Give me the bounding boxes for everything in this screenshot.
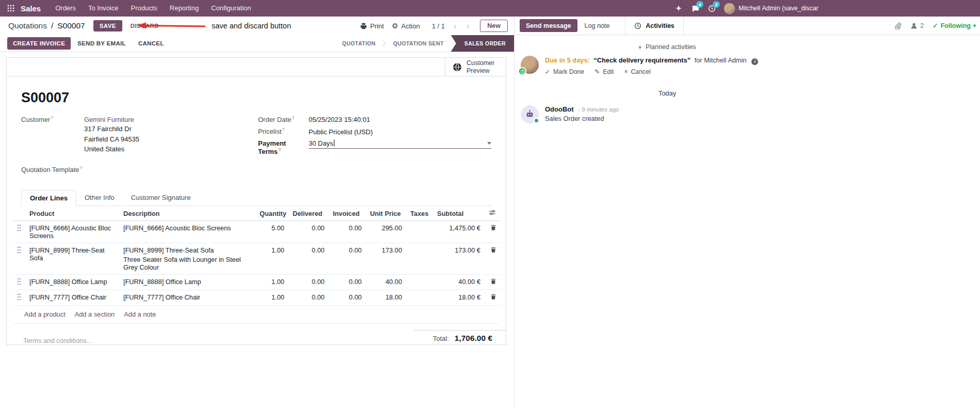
menu-orders[interactable]: Orders — [49, 0, 82, 17]
add-a-product-link[interactable]: Add a product — [24, 310, 66, 318]
status-step-quotation[interactable]: QUOTATION — [335, 35, 383, 52]
cell-delivered[interactable]: 0.00 — [288, 290, 329, 306]
planned-activities-header[interactable]: ▾ Planned activities — [515, 43, 820, 51]
action-button[interactable]: ⚙ Action — [392, 22, 420, 30]
cell-quantity[interactable]: 1.00 — [255, 290, 288, 306]
cell-quantity[interactable]: 5.00 — [255, 221, 288, 243]
form-action-buttons: CREATE INVOICE SEND BY EMAIL CANCEL — [7, 35, 170, 52]
dropdown-caret-icon[interactable] — [487, 142, 491, 145]
customer-link[interactable]: Gemini Furniture — [84, 116, 134, 123]
cell-unit-price[interactable]: 18.00 — [366, 290, 406, 306]
cell-taxes[interactable] — [406, 290, 433, 306]
delete-line-icon[interactable] — [490, 278, 496, 285]
record-title[interactable]: S00007 — [21, 90, 491, 106]
attachments-icon[interactable] — [894, 22, 902, 29]
cell-product[interactable]: [FURN_7777] Office Chair — [25, 290, 119, 306]
toggle-columns-icon[interactable] — [489, 209, 496, 216]
menu-products[interactable]: Products — [124, 0, 163, 17]
apps-grid-icon[interactable] — [5, 0, 17, 17]
systray-star-icon[interactable] — [670, 0, 687, 17]
breadcrumb-separator: / — [51, 21, 53, 30]
cell-invoiced[interactable]: 0.00 — [329, 290, 366, 306]
payment-terms-input[interactable]: 30 Days — [309, 139, 491, 149]
following-button[interactable]: ✓ Following ▾ — [933, 22, 976, 29]
drag-handle-icon[interactable] — [17, 278, 21, 285]
send-by-email-button[interactable]: SEND BY EMAIL — [72, 37, 132, 50]
info-icon[interactable]: i — [751, 58, 758, 65]
cancel-activity-button[interactable]: × Cancel — [624, 68, 650, 75]
mark-done-button[interactable]: ✓ Mark Done — [545, 68, 584, 75]
cancel-order-button[interactable]: CANCEL — [133, 37, 170, 50]
breadcrumb-quotations[interactable]: Quotations — [8, 21, 47, 30]
create-invoice-button[interactable]: CREATE INVOICE — [7, 37, 71, 50]
tab-customer-signature[interactable]: Customer Signature — [123, 190, 199, 206]
tab-order-lines[interactable]: Order Lines — [21, 190, 76, 206]
cell-taxes[interactable] — [406, 221, 433, 243]
cell-delivered[interactable]: 0.00 — [288, 275, 329, 290]
cell-description[interactable]: [FURN_7777] Office Chair — [119, 290, 255, 306]
cell-quantity[interactable]: 1.00 — [255, 243, 288, 275]
customer-preview-button[interactable]: Customer Preview — [445, 58, 506, 76]
order-line-row[interactable]: [FURN_7777] Office Chair [FURN_7777] Off… — [13, 290, 501, 306]
send-message-button[interactable]: Send message — [520, 19, 577, 32]
menu-reporting[interactable]: Reporting — [164, 0, 205, 17]
activities-badge: 2 — [713, 1, 720, 8]
messages-icon[interactable]: 4 — [687, 0, 703, 17]
cell-product[interactable]: [FURN_6666] Acoustic Bloc Screens — [25, 221, 119, 243]
cell-delivered[interactable]: 0.00 — [288, 221, 329, 243]
cell-taxes[interactable] — [406, 275, 433, 290]
cell-product[interactable]: [FURN_8999] Three-Seat Sofa — [25, 243, 119, 275]
pager-next-icon[interactable]: › — [465, 22, 471, 30]
order-line-row[interactable]: [FURN_6666] Acoustic Bloc Screens [FURN_… — [13, 221, 501, 243]
app-name[interactable]: Sales — [21, 4, 41, 13]
delete-line-icon[interactable] — [490, 293, 496, 300]
activities-tab[interactable]: Activities — [625, 17, 684, 35]
cell-description[interactable]: [FURN_8999] Three-Seat Sofa Three Seater… — [119, 243, 255, 275]
cell-taxes[interactable] — [406, 243, 433, 275]
followers-count: 2 — [920, 22, 924, 29]
delete-line-icon[interactable] — [490, 246, 496, 253]
tab-other-info[interactable]: Other Info — [76, 190, 123, 206]
order-date-field[interactable]: 05/25/2023 15:40:01 — [309, 116, 370, 123]
log-note-button[interactable]: Log note — [577, 17, 617, 35]
cell-description[interactable]: [FURN_8888] Office Lamp — [119, 275, 255, 290]
cell-unit-price[interactable]: 173.00 — [366, 243, 406, 275]
message-author[interactable]: OdooBot — [545, 105, 574, 113]
pricelist-field[interactable]: Public Pricelist (USD) — [309, 128, 373, 136]
drag-handle-icon[interactable] — [17, 246, 21, 254]
menu-to-invoice[interactable]: To Invoice — [82, 0, 125, 17]
delete-line-icon[interactable] — [490, 224, 496, 231]
menu-configuration[interactable]: Configuration — [205, 0, 257, 17]
discard-button[interactable]: DISCARD — [126, 20, 163, 32]
status-step-sales-order[interactable]: SALES ORDER — [451, 35, 514, 52]
activities-clock-icon[interactable]: 2 — [703, 0, 720, 17]
cell-product[interactable]: [FURN_8888] Office Lamp — [25, 275, 119, 290]
cell-quantity[interactable]: 1.00 — [255, 275, 288, 290]
save-button[interactable]: SAVE — [93, 20, 122, 32]
cell-invoiced[interactable]: 0.00 — [329, 275, 366, 290]
status-step-quotation-sent[interactable]: QUOTATION SENT — [386, 35, 451, 52]
print-button[interactable]: Print — [360, 22, 384, 30]
add-a-section-link[interactable]: Add a section — [75, 310, 115, 318]
cell-delivered[interactable]: 0.00 — [288, 243, 329, 275]
pager-previous-icon[interactable]: ‹ — [453, 22, 458, 30]
drag-handle-icon[interactable] — [17, 293, 21, 301]
cancel-label: Cancel — [631, 68, 650, 75]
followers-button[interactable]: 2 — [910, 22, 924, 29]
drag-handle-icon[interactable] — [17, 224, 21, 231]
cell-invoiced[interactable]: 0.00 — [329, 221, 366, 243]
cell-invoiced[interactable]: 0.00 — [329, 243, 366, 275]
edit-activity-button[interactable]: ✎ Edit — [595, 68, 614, 75]
order-line-row[interactable]: [FURN_8999] Three-Seat Sofa [FURN_8999] … — [13, 243, 501, 275]
terms-placeholder[interactable]: Terms and conditions... — [23, 337, 92, 344]
order-line-row[interactable]: [FURN_8888] Office Lamp [FURN_8888] Offi… — [13, 275, 501, 290]
user-avatar[interactable] — [724, 3, 735, 14]
add-a-note-link[interactable]: Add a note — [124, 310, 156, 318]
col-unit-price: Unit Price — [366, 206, 406, 221]
cell-description[interactable]: [FURN_6666] Acoustic Bloc Screens — [119, 221, 255, 243]
cell-unit-price[interactable]: 295.00 — [366, 221, 406, 243]
new-button[interactable]: New — [480, 20, 508, 32]
cell-unit-price[interactable]: 40.00 — [366, 275, 406, 290]
user-name[interactable]: Mitchell Admin (save_discar — [738, 5, 977, 12]
activity-body: Due in 5 days: “Check delivery requireme… — [545, 56, 758, 75]
